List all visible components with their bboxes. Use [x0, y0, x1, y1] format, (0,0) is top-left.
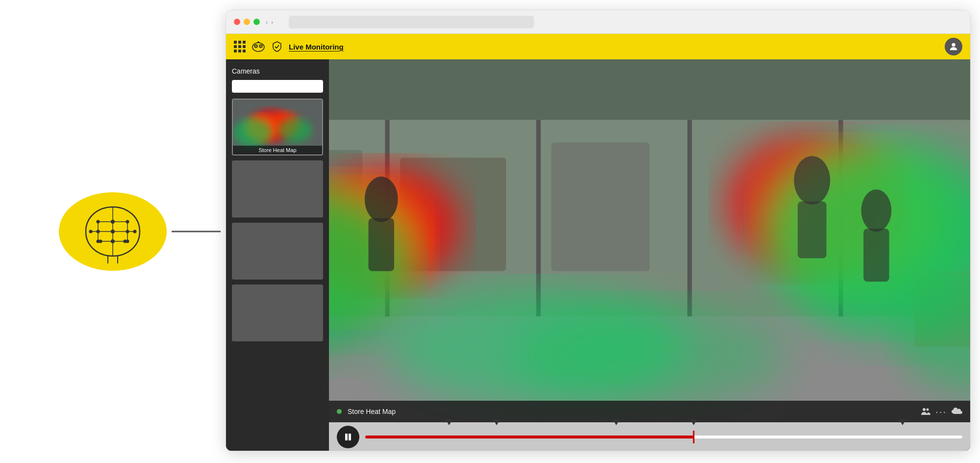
svg-rect-54	[552, 143, 650, 271]
camera-search-input[interactable]	[232, 80, 323, 93]
svg-rect-70	[369, 218, 394, 271]
svg-point-19	[126, 230, 129, 233]
svg-point-77	[923, 408, 926, 411]
svg-point-33	[952, 43, 955, 47]
address-bar[interactable]	[289, 16, 534, 28]
brain-icon	[74, 197, 152, 266]
sidebar-title: Cameras	[232, 67, 323, 75]
scrubber-container[interactable]	[365, 427, 962, 447]
back-icon[interactable]: ‹	[266, 18, 268, 26]
timeline-marker-5	[899, 419, 906, 425]
svg-point-73	[861, 189, 892, 232]
timeline-marker-2	[493, 419, 500, 425]
video-container: Store Heat Map ···	[329, 59, 970, 422]
svg-point-24	[99, 240, 102, 243]
svg-point-38	[233, 119, 271, 148]
svg-rect-40	[232, 160, 323, 217]
app-header: Live Monitoring	[226, 34, 970, 59]
svg-rect-44	[329, 59, 970, 120]
svg-point-20	[133, 230, 137, 233]
cloud-icon	[952, 408, 962, 415]
owl-logo-icon	[251, 41, 265, 52]
nav-label[interactable]: Live Monitoring	[289, 43, 344, 51]
timeline-marker-1	[446, 419, 452, 425]
camera-thumbnail-4[interactable]	[232, 284, 323, 341]
brain-logo	[59, 192, 167, 271]
video-overlay-bar: Store Heat Map ···	[329, 401, 970, 422]
timeline-bar	[329, 422, 970, 451]
camera-thumbnail-3[interactable]	[232, 223, 323, 280]
minimize-button[interactable]	[244, 19, 250, 25]
svg-rect-79	[345, 434, 348, 440]
brain-ellipse	[59, 192, 167, 271]
svg-rect-41	[232, 223, 323, 280]
camera-thumbnail-1[interactable]: Store Heat Map	[232, 99, 323, 155]
traffic-lights	[234, 19, 260, 25]
scrubber-track[interactable]	[365, 436, 962, 438]
grid-icon[interactable]	[234, 41, 246, 52]
status-dot	[337, 409, 342, 414]
video-actions: ···	[921, 406, 962, 417]
video-frame	[329, 59, 970, 422]
browser-chrome: ‹ ›	[226, 10, 970, 34]
svg-point-39	[278, 119, 312, 143]
left-decoration	[0, 0, 226, 463]
scrubber-playhead	[693, 431, 694, 443]
svg-point-18	[126, 220, 129, 224]
svg-point-11	[89, 230, 93, 233]
account-icon[interactable]	[945, 38, 962, 55]
svg-point-10	[97, 230, 100, 233]
connector-line	[172, 231, 221, 232]
more-dots-icon[interactable]: ···	[935, 406, 947, 417]
svg-rect-74	[863, 229, 889, 282]
main-content: Cameras Store Heat Map	[226, 59, 970, 451]
svg-rect-42	[232, 284, 323, 341]
camera-thumbnail-2[interactable]	[232, 160, 323, 217]
svg-point-78	[927, 409, 929, 411]
shield-icon	[271, 41, 283, 52]
svg-point-71	[794, 156, 830, 205]
timeline-marker-4	[690, 419, 697, 425]
svg-point-28	[252, 43, 264, 51]
svg-point-25	[124, 240, 127, 243]
browser-window: ‹ › Live Monitoring	[226, 10, 971, 451]
thumbnail-label-1: Store Heat Map	[233, 146, 322, 154]
svg-point-67	[514, 301, 786, 407]
close-button[interactable]	[234, 19, 240, 25]
scrubber-progress	[365, 436, 694, 438]
svg-rect-49	[687, 120, 692, 316]
nav-arrows: ‹ ›	[266, 18, 273, 26]
svg-point-9	[97, 220, 100, 224]
video-area: Store Heat Map ···	[329, 59, 970, 451]
svg-rect-72	[798, 202, 827, 258]
svg-point-31	[255, 46, 256, 47]
pause-icon	[344, 433, 352, 441]
timeline-marker-3	[613, 419, 620, 425]
svg-point-69	[365, 177, 398, 222]
play-pause-button[interactable]	[337, 426, 359, 448]
person-count-icon	[921, 407, 930, 416]
svg-rect-80	[349, 434, 351, 440]
maximize-button[interactable]	[253, 19, 260, 25]
forward-icon[interactable]: ›	[271, 18, 274, 26]
video-title: Store Heat Map	[348, 408, 915, 415]
svg-point-32	[260, 46, 261, 47]
sidebar: Cameras Store Heat Map	[226, 59, 329, 451]
